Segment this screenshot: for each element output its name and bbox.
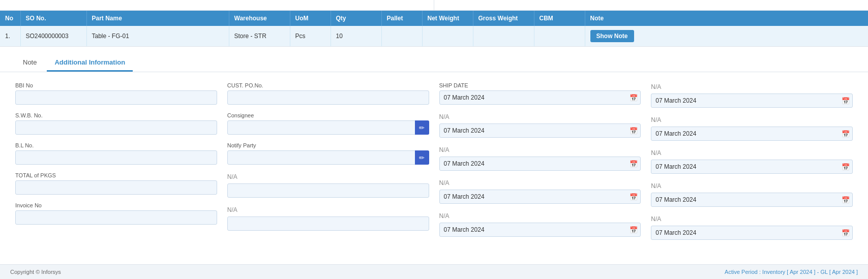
bbi-no-label: BBI No <box>15 82 217 88</box>
date-col3-row5-input[interactable] <box>439 223 641 237</box>
date-col3-row4-group: N/A 📅 <box>439 178 641 204</box>
notify-party-label: Notify Party <box>227 142 429 148</box>
bl-no-label: B.L No. <box>15 142 217 148</box>
footer: Copyright © Inforsys Active Period : Inv… <box>0 264 868 279</box>
date-col3-row2-input[interactable] <box>439 123 641 138</box>
col-header-pallet: Pallet <box>381 11 422 26</box>
date-col4-row2-label: N/A <box>651 115 853 125</box>
swb-no-input[interactable] <box>15 120 217 135</box>
cell-qty: 10 <box>331 26 381 46</box>
date-col4-row3-input[interactable] <box>651 160 853 174</box>
col-header-no: No <box>0 11 20 26</box>
na-label-2: N/A <box>227 205 429 214</box>
na-label-1: N/A <box>227 172 429 181</box>
date-col4-row5-label: N/A <box>651 214 853 224</box>
notify-party-group: Notify Party ✏ <box>227 142 429 165</box>
date-col3-row3-label: N/A <box>439 145 641 154</box>
ship-date-input[interactable] <box>439 90 641 105</box>
col-header-wh: Warehouse <box>229 11 290 26</box>
cell-pallet <box>381 26 422 46</box>
tabs-section: Note Additional Information <box>0 47 868 72</box>
tab-additional-info[interactable]: Additional Information <box>47 54 133 72</box>
date-col4-row5-group: N/A 📅 <box>651 214 853 240</box>
date-col4-row5-input[interactable] <box>651 226 853 240</box>
copyright-text: Copyright © Inforsys <box>10 269 61 275</box>
cell-nw <box>422 26 473 46</box>
date-col3-row4-input[interactable] <box>439 190 641 204</box>
col-header-note: Note <box>585 11 868 26</box>
top-right-panel <box>434 0 869 10</box>
swb-no-group: S.W.B. No. <box>15 112 217 135</box>
date-col4-row3-label: N/A <box>651 148 853 158</box>
cell-no: 1. <box>0 26 20 46</box>
notify-party-edit-button[interactable]: ✏ <box>415 150 429 165</box>
form-grid: BBI No S.W.B. No. B.L No. TOTAL of PKGS … <box>15 82 853 240</box>
date-col3-row5-wrapper: 📅 <box>439 223 641 237</box>
date-col4-row2-group: N/A 📅 <box>651 115 853 141</box>
cell-cbm <box>534 26 585 46</box>
date-col3-row5-group: N/A 📅 <box>439 211 641 237</box>
cust-po-label: CUST. PO.No. <box>227 82 429 88</box>
na-group-2: N/A <box>227 205 429 231</box>
top-section <box>0 0 868 11</box>
date-col3-row4-wrapper: 📅 <box>439 190 641 204</box>
date-col4-row1-wrapper: 📅 <box>651 94 853 108</box>
total-pkgs-input[interactable] <box>15 180 217 195</box>
swb-no-label: S.W.B. No. <box>15 112 217 118</box>
na-input-1[interactable] <box>227 183 429 198</box>
notify-party-input[interactable] <box>227 150 429 165</box>
items-table: No SO No. Part Name Warehouse UoM Qty Pa… <box>0 11 868 46</box>
date-col3-row3-input[interactable] <box>439 157 641 171</box>
ship-date-wrapper: 📅 <box>439 90 641 105</box>
date-col4-row1-input[interactable] <box>651 94 853 108</box>
cell-wh: Store - STR <box>229 26 290 46</box>
col-header-uom: UoM <box>290 11 331 26</box>
col-header-qty: Qty <box>331 11 381 26</box>
cell-part: Table - FG-01 <box>86 26 229 46</box>
date-col3-row4-label: N/A <box>439 178 641 188</box>
date-col4-row3-wrapper: 📅 <box>651 160 853 174</box>
date-col4-row4-input[interactable] <box>651 193 853 207</box>
date-col4-row2-wrapper: 📅 <box>651 127 853 141</box>
na-input-2[interactable] <box>227 216 429 231</box>
col-header-gw: Gross Weight <box>473 11 534 26</box>
date-col3-row2-label: N/A <box>439 112 641 121</box>
date-col3-row5-label: N/A <box>439 211 641 221</box>
cell-uom: Pcs <box>290 26 331 46</box>
date-col4-row4-group: N/A 📅 <box>651 181 853 207</box>
total-pkgs-label: TOTAL of PKGS <box>15 172 217 178</box>
cust-po-input[interactable] <box>227 90 429 105</box>
tabs-row: Note Additional Information <box>15 54 853 72</box>
invoice-no-input[interactable] <box>15 210 217 225</box>
active-period-text: Active Period : Inventory [ Apr 2024 ] -… <box>725 269 858 275</box>
consignee-group: Consignee ✏ <box>227 112 429 135</box>
date-col4-row5-wrapper: 📅 <box>651 226 853 240</box>
invoice-no-label: Invoice No <box>15 202 217 208</box>
date-col4-row1-label: N/A <box>651 82 853 91</box>
col-header-cbm: CBM <box>534 11 585 26</box>
show-note-button[interactable]: Show Note <box>590 30 634 42</box>
notify-party-wrapper: ✏ <box>227 150 429 165</box>
date-col4-row3-group: N/A 📅 <box>651 148 853 174</box>
date-col3-row3-wrapper: 📅 <box>439 157 641 171</box>
tab-note[interactable]: Note <box>15 54 44 72</box>
consignee-edit-button[interactable]: ✏ <box>415 120 429 135</box>
bbi-no-input[interactable] <box>15 90 217 105</box>
cell-so: SO2400000003 <box>20 26 86 46</box>
date-col4-row2-input[interactable] <box>651 127 853 141</box>
col-header-part: Part Name <box>86 11 229 26</box>
ship-date-group: SHIP DATE 📅 <box>439 82 641 105</box>
date-col4-row4-label: N/A <box>651 181 853 191</box>
date-col3-row2-group: N/A 📅 <box>439 112 641 138</box>
date-col4-row4-wrapper: 📅 <box>651 193 853 207</box>
invoice-no-group: Invoice No <box>15 202 217 225</box>
form-section: BBI No S.W.B. No. B.L No. TOTAL of PKGS … <box>0 72 868 264</box>
consignee-input[interactable] <box>227 120 429 135</box>
top-left-panel <box>0 0 434 10</box>
col-header-nw: Net Weight <box>422 11 473 26</box>
table-row: 1. SO2400000003 Table - FG-01 Store - ST… <box>0 26 868 46</box>
consignee-label: Consignee <box>227 112 429 118</box>
bbi-no-group: BBI No <box>15 82 217 105</box>
bl-no-input[interactable] <box>15 150 217 165</box>
table-section: No SO No. Part Name Warehouse UoM Qty Pa… <box>0 11 868 47</box>
